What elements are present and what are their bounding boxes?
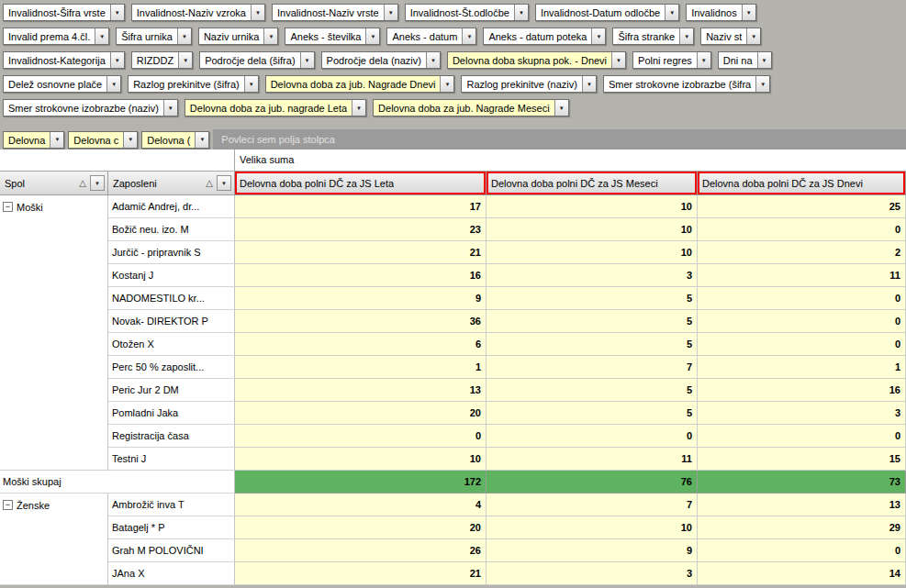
filter-dropdown-icon[interactable]: ▼ xyxy=(90,175,105,191)
field-label: Šifra urnika xyxy=(117,28,177,44)
pivot-field-button[interactable]: Smer strokovne izobrazbe (šifra▼ xyxy=(603,75,770,93)
pivot-field-button[interactable]: Invalidnost-Naziv vrste▼ xyxy=(272,4,398,21)
pivot-field-button[interactable]: Invalidnos▼ xyxy=(686,4,756,21)
pivot-field-button[interactable]: Naziv urnika▼ xyxy=(198,28,279,45)
dropdown-icon[interactable]: ▼ xyxy=(50,132,63,148)
dropdown-icon[interactable]: ▼ xyxy=(263,28,277,44)
row-label: NADOMESTILO kr... xyxy=(108,287,235,310)
pivot-field-button[interactable]: Delovna doba skupna pok. - Dnevi▼ xyxy=(447,51,626,69)
field-label: Delovna doba skupna pok. - Dnevi xyxy=(448,52,611,68)
pivot-field-button[interactable]: Delovna doba za jub. nagrade Leta▼ xyxy=(185,99,366,116)
dropdown-icon[interactable]: ▼ xyxy=(195,132,208,148)
pivot-field-button[interactable]: Šifra stranke▼ xyxy=(612,28,694,45)
dropdown-icon[interactable]: ▼ xyxy=(300,52,314,68)
row-area-header[interactable]: Spol△▼ xyxy=(0,172,108,195)
dropdown-icon[interactable]: ▼ xyxy=(554,100,568,116)
pivot-field-button[interactable]: Smer strokovne izobrazbe (naziv)▼ xyxy=(3,99,178,116)
pivot-field-button[interactable]: Naziv st▼ xyxy=(700,28,761,45)
dropdown-icon[interactable]: ▼ xyxy=(746,28,760,44)
dropdown-icon[interactable]: ▼ xyxy=(462,28,475,44)
dropdown-icon[interactable]: ▼ xyxy=(123,132,137,148)
pivot-field-button[interactable]: RIZDDZ▼ xyxy=(131,51,193,69)
column-header[interactable]: Delovna doba polni DČ za JS Dnevi xyxy=(698,172,906,195)
dropdown-icon[interactable]: ▼ xyxy=(665,5,678,20)
pivot-field-button[interactable]: Delovna doba za jub. Nagrade Meseci▼ xyxy=(373,99,569,116)
dropdown-icon[interactable]: ▼ xyxy=(244,76,258,92)
dropdown-icon[interactable]: ▼ xyxy=(697,52,710,68)
group-total-label: Moški skupaj xyxy=(0,471,235,494)
pivot-field-button[interactable]: Razlog prekinitve (naziv)▼ xyxy=(461,75,596,93)
value-cell: 20 xyxy=(235,516,487,539)
pivot-field-button[interactable]: Dni na▼ xyxy=(718,51,772,69)
header-label: Delovna doba polni DČ za JS Dnevi xyxy=(702,178,863,189)
row-label: Pomladni Jaka xyxy=(108,402,235,425)
dropdown-icon[interactable]: ▼ xyxy=(426,52,440,68)
pivot-field-button[interactable]: Aneks - številka▼ xyxy=(285,28,380,45)
value-cell: 10 xyxy=(487,516,698,539)
pivot-field-button[interactable]: Delež osnovne plače▼ xyxy=(3,75,121,93)
field-label: Delež osnovne plače xyxy=(4,76,106,92)
pivot-field-button[interactable]: Invalidnost-Št.odločbe▼ xyxy=(405,4,529,21)
dropdown-icon[interactable]: ▼ xyxy=(514,5,528,20)
dropdown-icon[interactable]: ▼ xyxy=(251,5,264,20)
dropdown-icon[interactable]: ▼ xyxy=(178,52,192,68)
grand-total-header: Velika suma xyxy=(235,150,906,172)
row-area-header[interactable]: Zaposleni△▼ xyxy=(108,172,235,195)
dropdown-icon[interactable]: ▼ xyxy=(95,28,108,44)
pivot-field-button[interactable]: Delovna▼ xyxy=(3,131,64,149)
dropdown-icon[interactable]: ▼ xyxy=(163,100,177,116)
group-cell: −Ženske xyxy=(0,494,108,516)
dropdown-icon[interactable]: ▼ xyxy=(742,5,755,20)
value-cell: 7 xyxy=(487,356,698,379)
dropdown-icon[interactable]: ▼ xyxy=(582,76,596,92)
pivot-field-button[interactable]: Aneks - datum▼ xyxy=(386,28,476,45)
column-header[interactable]: Delovna doba polni DČ za JS Leta xyxy=(235,172,487,195)
field-label: Aneks - datum poteka xyxy=(484,28,591,44)
pivot-field-button[interactable]: Invalid prema 4.čl.▼ xyxy=(3,28,109,45)
field-label: Invalidnost-Št.odločbe xyxy=(406,5,514,20)
pivot-field-button[interactable]: Invalidnost-Naziv vzroka▼ xyxy=(131,4,265,21)
dropdown-icon[interactable]: ▼ xyxy=(384,5,397,20)
group-cell xyxy=(0,333,108,356)
dropdown-icon[interactable]: ▼ xyxy=(611,52,625,68)
collapse-icon[interactable]: − xyxy=(3,202,13,212)
dropdown-icon[interactable]: ▼ xyxy=(110,52,124,68)
pivot-field-button[interactable]: Področje dela (naziv)▼ xyxy=(321,51,441,69)
pivot-field-button[interactable]: Šifra urnika▼ xyxy=(116,28,192,45)
value-cell: 0 xyxy=(698,333,906,356)
pivot-field-button[interactable]: Polni regres▼ xyxy=(632,51,711,69)
dropdown-icon[interactable]: ▼ xyxy=(440,76,453,92)
collapse-icon[interactable]: − xyxy=(3,500,13,510)
pivot-field-button[interactable]: Razlog prekinitve (šifra)▼ xyxy=(128,75,259,93)
dropdown-icon[interactable]: ▼ xyxy=(365,28,379,44)
dropdown-icon[interactable]: ▼ xyxy=(106,76,120,92)
pivot-field-button[interactable]: Delovna (▼ xyxy=(141,131,209,149)
field-label: Invalidnost-Kategorija xyxy=(4,52,110,68)
dropdown-icon[interactable]: ▼ xyxy=(591,28,605,44)
dropdown-icon[interactable]: ▼ xyxy=(352,100,365,116)
dropdown-icon[interactable]: ▼ xyxy=(755,76,769,92)
dropdown-icon[interactable]: ▼ xyxy=(110,5,124,20)
pivot-field-button[interactable]: Invalidnost-Kategorija▼ xyxy=(3,51,125,69)
group-cell xyxy=(0,379,108,402)
pivot-field-button[interactable]: Invalidnost-Šifra vrste▼ xyxy=(3,4,125,21)
group-cell xyxy=(0,310,108,333)
field-label: Delovna doba za jub. Nagrade Meseci xyxy=(374,100,554,116)
dropdown-icon[interactable]: ▼ xyxy=(177,28,191,44)
column-header[interactable]: Delovna doba polni DČ za JS Meseci xyxy=(487,172,698,195)
pivot-field-button[interactable]: Delovna doba za jub. Nagrade Dnevi▼ xyxy=(265,75,455,93)
field-label: Invalidnost-Naziv vzroka xyxy=(132,5,251,20)
pivot-field-button[interactable]: Področje dela (šifra)▼ xyxy=(199,51,314,69)
pivot-field-button[interactable]: Invalidnost-Datum odločbe▼ xyxy=(535,4,679,21)
column-drop-area[interactable]: Povleci sem polja stolpca xyxy=(213,129,906,150)
value-cell: 13 xyxy=(235,379,487,402)
value-cell: 21 xyxy=(235,241,487,264)
pivot-field-button[interactable]: Aneks - datum poteka▼ xyxy=(483,28,606,45)
dropdown-icon[interactable]: ▼ xyxy=(757,52,771,68)
field-label: Invalidnost-Datum odločbe xyxy=(536,5,665,20)
field-label: Delovna ( xyxy=(142,132,195,148)
pivot-field-button[interactable]: Delovna c▼ xyxy=(68,131,138,149)
row-label: Božič neu. izo. M xyxy=(108,218,235,241)
filter-dropdown-icon[interactable]: ▼ xyxy=(217,175,231,191)
dropdown-icon[interactable]: ▼ xyxy=(679,28,693,44)
